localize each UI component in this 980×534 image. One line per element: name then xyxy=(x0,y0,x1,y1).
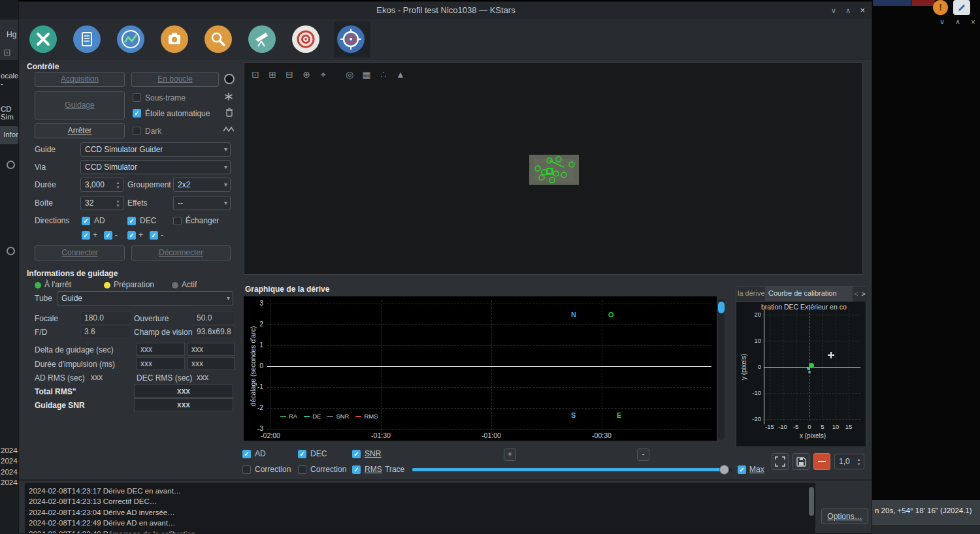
log-scrollbar[interactable] xyxy=(809,486,814,531)
fd-field[interactable]: 3.6 xyxy=(80,325,131,338)
autoscale-graph-button[interactable] xyxy=(772,453,789,470)
swap-checkbox[interactable] xyxy=(173,217,182,225)
ra-plus-checkbox[interactable]: ✓ xyxy=(82,231,90,240)
actual-size-icon[interactable]: ⊕ xyxy=(299,69,314,80)
grid-overlay-icon[interactable]: ▦ xyxy=(359,69,374,80)
mount-tab-icon[interactable] xyxy=(248,25,276,55)
options-button[interactable]: Options… xyxy=(821,509,868,524)
bg-info-tab: Infor xyxy=(0,126,18,144)
guide-tab-icon[interactable] xyxy=(336,25,365,55)
subframe-checkbox[interactable] xyxy=(133,93,141,102)
notification-badge-icon[interactable]: ! xyxy=(933,0,948,15)
graph-corr-dec-checkbox[interactable] xyxy=(298,465,306,474)
dec-direction-checkbox[interactable]: ✓ xyxy=(127,217,136,225)
zoom-out-icon[interactable]: ⊟ xyxy=(282,69,297,80)
box-value: 32 xyxy=(85,196,93,210)
drift-zoom-slider-handle[interactable] xyxy=(718,302,725,313)
tab-prev-button[interactable]: < xyxy=(853,287,860,302)
bg-maximize-button[interactable]: ∧ xyxy=(955,18,960,26)
max-checkbox[interactable]: ✓ xyxy=(738,465,746,474)
subframe-label: Sous-trame xyxy=(145,93,186,102)
drift-graph-canvas[interactable]: 3 2 1 0 -1 -2 -3 décalage (secondes d'ar… xyxy=(244,296,717,441)
capture-tab-icon[interactable] xyxy=(160,25,189,55)
connect-button[interactable]: Connecter xyxy=(35,245,125,260)
legend-de-label: DE xyxy=(312,413,321,420)
zoom-in-icon[interactable]: ⊞ xyxy=(265,69,280,80)
setup-tab-icon[interactable] xyxy=(29,25,57,55)
graph-snr-checkbox[interactable]: ✓ xyxy=(352,450,361,458)
tab-drift[interactable]: la dérive xyxy=(736,287,765,302)
zoom-fit-icon[interactable]: ⊡ xyxy=(248,69,263,80)
log-scrollbar-handle[interactable] xyxy=(809,487,814,516)
ra-minus-checkbox[interactable]: ✓ xyxy=(104,231,112,240)
spin-down-icon[interactable]: ▾ xyxy=(114,184,122,190)
dec-direction-label: DEC xyxy=(140,216,156,225)
graph-corr-ra-checkbox[interactable] xyxy=(242,465,251,474)
guide-camera-view[interactable]: ⊡ ⊞ ⊟ ⊕ ⌖ ◎ ▦ ∴ ▲ xyxy=(244,62,863,275)
trash-icon[interactable] xyxy=(225,108,233,119)
graph-rms-checkbox[interactable]: ✓ xyxy=(352,465,361,474)
close-button[interactable]: × xyxy=(860,2,865,19)
delta-ra-field[interactable]: xxx xyxy=(137,343,185,356)
align-tab-icon[interactable] xyxy=(291,25,320,55)
scale-spinbox[interactable]: 1,0 ▴ ▾ xyxy=(834,454,864,469)
snowflake-icon[interactable] xyxy=(224,92,233,103)
prep-state-label: Préparation xyxy=(114,280,154,289)
pulse-ra-field[interactable]: xxx xyxy=(137,357,185,370)
stop-button[interactable]: Arrêter xyxy=(35,123,125,138)
exposure-spinbox[interactable]: 3,000 ▴ ▾ xyxy=(80,178,123,192)
fd-label: F/D xyxy=(35,328,47,337)
zoom-in-button[interactable]: + xyxy=(504,448,516,461)
titlebar[interactable]: Ekos - Profil test Nico1038 — KStars ∨ ∧… xyxy=(19,2,872,19)
log-view[interactable]: 2024-02-08T14:23:17 Dérive DEC en avant…… xyxy=(24,482,816,534)
graph-dec-checkbox[interactable]: ✓ xyxy=(298,450,306,458)
guide-button[interactable]: Guidage xyxy=(35,91,125,119)
tab-next-button[interactable]: > xyxy=(860,287,867,302)
maximize-button[interactable]: ∧ xyxy=(845,2,851,19)
edit-icon[interactable] xyxy=(953,0,970,15)
calibration-panel: la dérive Courbe de calibration < > brat… xyxy=(736,286,866,447)
scope-select[interactable]: Guide ▾ xyxy=(57,291,233,306)
binning-select[interactable]: 2x2 ▾ xyxy=(173,178,231,192)
dark-checkbox[interactable] xyxy=(133,127,141,135)
clear-graph-button[interactable] xyxy=(813,453,830,470)
trace-slider[interactable] xyxy=(412,468,732,471)
spin-down-icon[interactable]: ▾ xyxy=(114,202,122,208)
ra-direction-checkbox[interactable]: ✓ xyxy=(82,217,90,225)
aperture-field[interactable]: 50.0 xyxy=(193,311,235,324)
drift-zoom-slider[interactable] xyxy=(718,299,725,440)
loop-button[interactable]: En boucle xyxy=(131,72,219,87)
dec-minus-checkbox[interactable]: ✓ xyxy=(150,231,158,240)
bg-close-button[interactable]: × xyxy=(971,18,975,27)
spin-down-icon[interactable]: ▾ xyxy=(855,461,862,467)
box-spinbox[interactable]: 32 ▴ ▾ xyxy=(80,196,123,210)
dec-plus-checkbox[interactable]: ✓ xyxy=(127,231,136,240)
export-graph-button[interactable] xyxy=(792,453,809,470)
guider-select[interactable]: CCD Simulator Guider ▾ xyxy=(80,142,231,157)
pulse-dec-field[interactable]: xxx xyxy=(188,357,235,370)
graph-ra-checkbox[interactable]: ✓ xyxy=(242,450,251,458)
splitter[interactable] xyxy=(19,479,872,481)
trace-slider-handle[interactable] xyxy=(719,465,729,475)
analyze-tab-icon[interactable] xyxy=(116,25,145,55)
stars-overlay-icon[interactable]: ∴ xyxy=(376,69,391,80)
eye-icon[interactable] xyxy=(224,74,235,84)
capture-button[interactable]: Acquisition xyxy=(35,72,125,87)
shade-button[interactable]: ∨ xyxy=(831,2,836,19)
focus-tab-icon[interactable] xyxy=(204,25,233,55)
tab-calibration[interactable]: Courbe de calibration xyxy=(765,287,853,302)
scheduler-tab-icon[interactable] xyxy=(73,25,101,55)
autostar-checkbox[interactable]: ✓ xyxy=(133,109,141,118)
waveform-icon[interactable] xyxy=(223,125,235,135)
zoom-out-button[interactable]: - xyxy=(637,448,649,461)
via-select[interactable]: CCD Simulator ▾ xyxy=(80,160,231,174)
crosshair-overlay-icon[interactable]: ◎ xyxy=(342,69,357,80)
fov-field[interactable]: 93.6x69.8 xyxy=(193,325,235,338)
warning-overlay-icon[interactable]: ▲ xyxy=(393,69,408,80)
delta-dec-field[interactable]: xxx xyxy=(188,343,235,356)
effects-select[interactable]: -- ▾ xyxy=(173,196,231,210)
pan-icon[interactable]: ⌖ xyxy=(316,69,331,80)
focal-field[interactable]: 180.0 xyxy=(80,311,131,324)
bg-shade-button[interactable]: ∨ xyxy=(939,18,945,26)
disconnect-button[interactable]: Déconnecter xyxy=(131,245,231,260)
